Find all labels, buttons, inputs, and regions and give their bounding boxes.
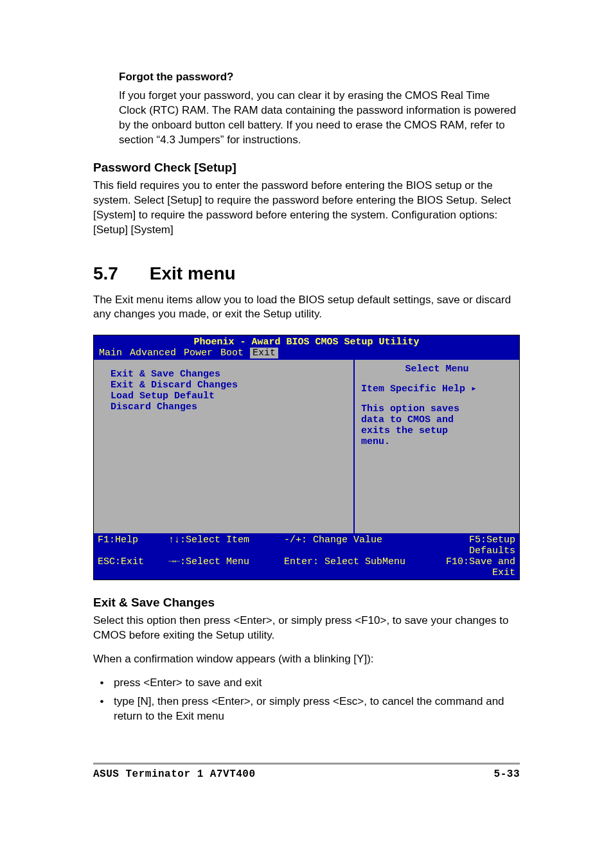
bios-item-discard[interactable]: Discard Changes xyxy=(111,402,346,412)
bios-body: Exit & Save Changes Exit & Discard Chang… xyxy=(94,360,519,533)
bios-title-bar: Phoenix - Award BIOS CMOS Setup Utility xyxy=(94,335,519,348)
bios-item-exit-save[interactable]: Exit & Save Changes xyxy=(111,369,346,380)
bios-right-panel: Select Menu Item Specific Help This opti… xyxy=(353,360,519,533)
forgot-password-text: If you forget your password, you can cle… xyxy=(119,89,520,148)
tab-exit[interactable]: Exit xyxy=(250,348,278,359)
tab-advanced[interactable]: Advanced xyxy=(129,348,177,359)
page-footer: ASUS Terminator 1 A7VT400 5-33 xyxy=(93,763,520,780)
footer-product: ASUS Terminator 1 A7VT400 xyxy=(93,768,256,780)
bios-title: Phoenix - Award BIOS CMOS Setup Utility xyxy=(193,337,419,348)
section-title: Exit menu xyxy=(150,263,236,283)
bios-item-exit-discard[interactable]: Exit & Discard Changes xyxy=(111,380,346,391)
section-heading: 5.7 Exit menu xyxy=(93,263,520,284)
list-item: press <Enter> to save and exit xyxy=(110,676,520,691)
footer-page-number: 5-33 xyxy=(494,768,520,780)
bios-item-load-default[interactable]: Load Setup Default xyxy=(111,391,346,402)
bios-help-line: menu. xyxy=(361,436,513,447)
tab-boot[interactable]: Boot xyxy=(219,348,245,359)
tab-main[interactable]: Main xyxy=(98,348,123,359)
exit-save-list: press <Enter> to save and exit type [N],… xyxy=(110,676,520,724)
password-check-text: This field requires you to enter the pas… xyxy=(93,179,520,238)
bios-help-line: exits the setup xyxy=(361,425,513,436)
bios-footer-change-value: -/+: Change Value xyxy=(284,535,425,556)
bios-menu-bar: Main Advanced Power Boot Exit xyxy=(94,348,519,360)
exit-save-p1: Select this option then press <Enter>, o… xyxy=(93,614,520,643)
bios-footer-select-menu: →←:Select Menu xyxy=(168,556,284,578)
list-item: type [N], then press <Enter>, or simply … xyxy=(110,695,520,724)
bios-help-line: data to CMOS and xyxy=(361,414,513,425)
bios-left-panel: Exit & Save Changes Exit & Discard Chang… xyxy=(94,360,353,533)
bios-footer-f10: F10:Save and Exit xyxy=(425,556,515,578)
bios-help-line: This option saves xyxy=(361,403,513,414)
bios-footer: F1:Help ↑↓:Select Item -/+: Change Value… xyxy=(94,533,519,580)
bios-footer-esc: ESC:Exit xyxy=(98,556,168,578)
section-number: 5.7 xyxy=(93,263,145,284)
tab-power[interactable]: Power xyxy=(182,348,214,359)
exit-save-p2: When a confirmation window appears (with… xyxy=(93,652,520,667)
bios-footer-enter: Enter: Select SubMenu xyxy=(284,556,425,578)
bios-help-label: Item Specific Help xyxy=(361,382,513,394)
password-check-heading: Password Check [Setup] xyxy=(93,161,520,175)
bios-footer-select-item: ↑↓:Select Item xyxy=(168,535,284,556)
bios-footer-f5: F5:Setup Defaults xyxy=(425,535,515,556)
forgot-password-heading: Forgot the password? xyxy=(119,71,520,84)
bios-screenshot: Phoenix - Award BIOS CMOS Setup Utility … xyxy=(93,335,520,580)
exit-save-heading: Exit & Save Changes xyxy=(93,596,520,610)
bios-right-title: Select Menu xyxy=(361,364,513,375)
exit-menu-intro: The Exit menu items allow you to load th… xyxy=(93,293,520,323)
bios-footer-f1: F1:Help xyxy=(98,535,168,556)
